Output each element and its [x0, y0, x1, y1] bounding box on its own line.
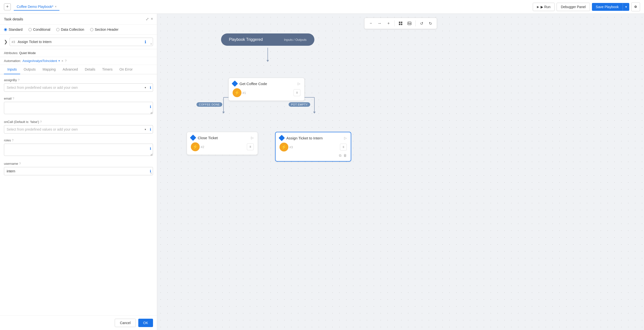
- assign-intern-delete-icon[interactable]: 🗑: [343, 153, 347, 158]
- assign-intern-number: #3: [289, 145, 293, 149]
- close-panel-icon[interactable]: ×: [151, 17, 153, 21]
- automation-dropdown-icon[interactable]: ▾: [58, 59, 60, 62]
- image-button[interactable]: [406, 20, 413, 27]
- automation-value[interactable]: AssignAnalystToIncident: [22, 59, 57, 63]
- field-onCall: onCall (Default is: 'false') ? ▾ ℹ: [4, 120, 153, 133]
- roles-help-icon[interactable]: ?: [12, 139, 14, 142]
- email-template-icon[interactable]: ℹ: [150, 105, 151, 109]
- redo-button[interactable]: ↻: [426, 20, 434, 27]
- debugger-button[interactable]: Debugger Panel: [556, 3, 590, 11]
- playbook-triggered-node[interactable]: Playbook Triggered Inputs / Outputs: [221, 34, 314, 46]
- field-username: username ? ℹ ⠿: [4, 162, 153, 175]
- canvas-toolbar: − ↔ + ↺ ↻: [364, 18, 437, 29]
- radio-conditional[interactable]: Conditional: [28, 28, 50, 32]
- layout-button[interactable]: [397, 20, 404, 27]
- ok-button[interactable]: OK: [138, 319, 153, 327]
- task-resize-handle: ⠿: [150, 43, 152, 46]
- run-button[interactable]: ▶ ▶ Run: [533, 3, 555, 11]
- svg-rect-1: [401, 22, 402, 23]
- assign-intern-copy-icon[interactable]: ⧉: [339, 153, 342, 158]
- onCall-dropdown-icon[interactable]: ▾: [145, 128, 146, 131]
- automation-help-icon[interactable]: ?: [65, 59, 66, 63]
- assign-intern-pause-button[interactable]: ⏸: [340, 144, 347, 150]
- tab-details[interactable]: Details: [81, 65, 99, 74]
- tab-inputs[interactable]: Inputs: [4, 65, 20, 74]
- get-coffee-expand-icon[interactable]: ▷: [298, 82, 300, 86]
- tab-mapping[interactable]: Mapping: [39, 65, 59, 74]
- assign-intern-title: Assign Ticket to Intern: [286, 136, 323, 140]
- automation-clear-icon[interactable]: ×: [62, 59, 63, 63]
- close-ticket-pause-button[interactable]: ⏸: [247, 143, 254, 150]
- assignBy-dropdown-icon[interactable]: ▾: [145, 86, 146, 89]
- task-expander-icon[interactable]: ❯: [4, 39, 8, 45]
- radio-data-collection-label: Data Collection: [61, 28, 84, 32]
- close-ticket-node[interactable]: Close Ticket ▷ ⚡ #2 ⏸: [187, 132, 258, 155]
- username-help-icon[interactable]: ?: [19, 162, 21, 166]
- toolbar-divider-2: [415, 21, 416, 26]
- svg-rect-3: [401, 24, 402, 25]
- form-content: assignBy ? ▾ ℹ email ? ℹ ⠿: [0, 74, 157, 315]
- panel-icons: ⤢ ×: [146, 17, 153, 21]
- get-coffee-node[interactable]: Get Coffee Code ▷ ⚡ #1 ⏸: [228, 78, 304, 101]
- zoom-in-button[interactable]: +: [385, 20, 392, 27]
- panel-footer: Cancel OK: [0, 315, 157, 330]
- assignBy-input-wrap: ▾ ℹ: [4, 83, 153, 92]
- tab-advanced[interactable]: Advanced: [59, 65, 81, 74]
- undo-button[interactable]: ↺: [418, 20, 426, 27]
- save-playbook-group: Save Playbook ▾: [592, 3, 629, 11]
- assign-intern-expand-icon[interactable]: ▷: [344, 136, 347, 140]
- task-info-icon[interactable]: ℹ: [145, 40, 146, 44]
- radio-section-header[interactable]: Section Header: [90, 28, 119, 32]
- get-coffee-pause-button[interactable]: ⏸: [294, 89, 300, 96]
- save-dropdown-icon[interactable]: ▾: [623, 3, 629, 11]
- onCall-input-wrap: ▾ ℹ: [4, 125, 153, 133]
- svg-rect-0: [399, 22, 400, 23]
- assignBy-input[interactable]: [4, 83, 153, 92]
- radio-data-collection[interactable]: Data Collection: [56, 28, 84, 32]
- close-ticket-expand-icon[interactable]: ▷: [251, 136, 254, 140]
- tab-timers[interactable]: Timers: [99, 65, 116, 74]
- tab-label: Coffee Demo Playbook*: [17, 5, 53, 9]
- onCall-label: onCall (Default is: 'false') ?: [4, 120, 153, 124]
- trigger-sub: Inputs / Outputs: [284, 38, 306, 42]
- assign-intern-node[interactable]: Assign Ticket to Intern ▷ ⚡ #3 ⏸ ⧉ 🗑: [275, 132, 351, 161]
- zoom-out-button[interactable]: −: [367, 20, 375, 27]
- automation-row: Automation: AssignAnalystToIncident ▾ × …: [0, 57, 157, 65]
- settings-button[interactable]: ⚙: [631, 3, 640, 11]
- tab-outputs[interactable]: Outputs: [20, 65, 39, 74]
- field-assignBy: assignBy ? ▾ ℹ: [4, 78, 153, 92]
- get-coffee-actions: ▷: [298, 82, 300, 86]
- onCall-help-icon[interactable]: ?: [40, 120, 42, 124]
- roles-template-icon[interactable]: ℹ: [150, 146, 151, 150]
- save-playbook-button[interactable]: Save Playbook: [592, 3, 623, 11]
- username-input[interactable]: [4, 167, 153, 175]
- task-name-input[interactable]: [10, 38, 153, 46]
- trigger-title: Playbook Triggered: [229, 37, 263, 42]
- fit-view-button[interactable]: ↔: [376, 20, 384, 27]
- main-layout: Task details ⤢ × Standard Conditional Da…: [0, 14, 644, 330]
- assignBy-help-icon[interactable]: ?: [18, 78, 20, 82]
- get-coffee-number: #1: [242, 91, 246, 95]
- expand-icon[interactable]: ⤢: [146, 17, 149, 21]
- assign-intern-header: Assign Ticket to Intern ▷: [280, 136, 347, 140]
- email-help-icon[interactable]: ?: [12, 97, 14, 100]
- onCall-input[interactable]: [4, 125, 153, 133]
- canvas-area: − ↔ + ↺ ↻: [157, 14, 644, 330]
- close-ticket-title: Close Ticket: [198, 136, 218, 140]
- svg-marker-11: [222, 112, 225, 114]
- username-resize-handle: ⠿: [150, 172, 152, 175]
- radio-standard[interactable]: Standard: [4, 28, 22, 32]
- tab-on-error[interactable]: On Error: [116, 65, 136, 74]
- roles-input[interactable]: [4, 144, 153, 156]
- coffee-demo-tab[interactable]: Coffee Demo Playbook* ×: [14, 3, 60, 11]
- assignBy-template-icon[interactable]: ℹ: [150, 86, 151, 89]
- roles-resize-handle: ⠿: [150, 154, 152, 156]
- tab-close-icon[interactable]: ×: [55, 5, 56, 8]
- cancel-button[interactable]: Cancel: [115, 319, 136, 327]
- email-input[interactable]: [4, 102, 153, 114]
- radio-standard-label: Standard: [8, 28, 22, 32]
- onCall-template-icon[interactable]: ℹ: [150, 127, 151, 131]
- add-button[interactable]: +: [4, 4, 11, 10]
- email-input-wrap: ℹ ⠿: [4, 102, 153, 115]
- email-resize-handle: ⠿: [150, 112, 152, 115]
